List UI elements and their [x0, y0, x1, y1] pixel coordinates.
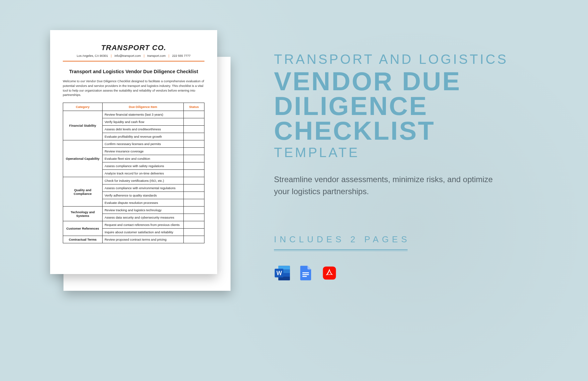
- includes-label: INCLUDES 2 PAGES: [274, 234, 535, 245]
- status-cell: [184, 162, 204, 170]
- table-row: Financial StabilityReview financial stat…: [63, 111, 204, 118]
- promo-description: Streamline vendor assessments, minimize …: [274, 173, 508, 198]
- document-intro: Welcome to our Vendor Due Diligence Chec…: [63, 79, 204, 97]
- contact-email: info@transport.com: [115, 54, 141, 57]
- item-cell: Verify adherence to quality standards: [103, 192, 184, 199]
- item-cell: Evaluate fleet size and condition: [103, 155, 184, 162]
- contact-address: Los Angeles, CA 90301: [77, 54, 108, 57]
- status-cell: [184, 214, 204, 221]
- separator: |: [168, 54, 169, 57]
- google-docs-icon: [297, 264, 315, 282]
- col-status: Status: [184, 103, 204, 111]
- status-cell: [184, 192, 204, 199]
- document-title: Transport and Logistics Vendor Due Dilig…: [63, 69, 204, 74]
- category-cell: Operational Capability: [63, 140, 103, 177]
- svg-rect-8: [302, 276, 307, 277]
- status-cell: [184, 229, 204, 236]
- item-cell: Evaluate profitability and revenue growt…: [103, 133, 184, 140]
- col-item: Due Diligence Item: [103, 103, 184, 111]
- status-cell: [184, 221, 204, 229]
- item-cell: Confirm necessary licenses and permits: [103, 140, 184, 148]
- contact-phone: 222 555 7777: [172, 54, 190, 57]
- col-category: Category: [63, 103, 103, 111]
- company-name: TRANSPORT CO.: [63, 43, 204, 52]
- category-cell: Technology and Systems: [63, 207, 103, 221]
- item-cell: Review financial statements (last 3 year…: [103, 111, 184, 118]
- item-cell: Evaluate dispute resolution processes: [103, 199, 184, 207]
- status-cell: [184, 148, 204, 155]
- page-front: TRANSPORT CO. Los Angeles, CA 90301 | in…: [50, 30, 217, 274]
- item-cell: Check for industry certifications (ISO, …: [103, 177, 184, 184]
- separator: |: [144, 54, 144, 57]
- item-cell: Analyze track record for on-time deliver…: [103, 170, 184, 177]
- status-cell: [184, 177, 204, 184]
- checklist-table: Category Due Diligence Item Status Finan…: [63, 103, 204, 243]
- item-cell: Review tracking and logistics technology: [103, 207, 184, 214]
- status-cell: [184, 199, 204, 207]
- contact-row: Los Angeles, CA 90301 | info@transport.c…: [63, 54, 204, 60]
- table-row: Contractual TermsReview proposed contrac…: [63, 236, 204, 243]
- word-icon: [274, 264, 291, 282]
- category-cell: Financial Stability: [63, 111, 103, 140]
- item-cell: Assess debt levels and creditworthiness: [103, 126, 184, 133]
- svg-rect-7: [302, 274, 309, 275]
- table-row: Customer ReferencesRequest and contact r…: [63, 221, 204, 229]
- item-cell: Request and contact references from prev…: [103, 221, 184, 229]
- table-row: Operational CapabilityConfirm necessary …: [63, 140, 204, 148]
- category-cell: Customer References: [63, 221, 103, 236]
- item-cell: Assess compliance with safety regulation…: [103, 162, 184, 170]
- status-cell: [184, 140, 204, 148]
- status-cell: [184, 133, 204, 140]
- promo-eyebrow: TRANSPORT AND LOGISTICS: [274, 52, 535, 67]
- document-preview: TRANSPORT CO. Los Angeles, CA 90301 | in…: [50, 30, 224, 284]
- status-cell: [184, 236, 204, 243]
- status-cell: [184, 155, 204, 162]
- svg-rect-5: [275, 269, 283, 277]
- item-cell: Review insurance coverage: [103, 148, 184, 155]
- divider: [63, 61, 204, 61]
- separator: |: [111, 54, 112, 57]
- svg-rect-9: [323, 267, 336, 280]
- promo-subhead: TEMPLATE: [274, 145, 535, 160]
- pdf-icon: [321, 264, 338, 282]
- svg-rect-6: [302, 272, 309, 273]
- item-cell: Verify liquidity and cash flow: [103, 118, 184, 126]
- table-row: Technology and SystemsReview tracking an…: [63, 207, 204, 214]
- includes-divider: [274, 249, 408, 251]
- promo-panel: TRANSPORT AND LOGISTICS VENDOR DUE DILIG…: [274, 52, 535, 282]
- category-cell: Quality and Compliance: [63, 177, 103, 207]
- promo-headline: VENDOR DUE DILIGENCE CHECKLIST: [274, 69, 535, 143]
- item-cell: Assess compliance with environmental reg…: [103, 184, 184, 192]
- status-cell: [184, 118, 204, 126]
- contact-site: transport.com: [147, 54, 166, 57]
- item-cell: Review proposed contract terms and prici…: [103, 236, 184, 243]
- status-cell: [184, 126, 204, 133]
- status-cell: [184, 111, 204, 118]
- status-cell: [184, 170, 204, 177]
- category-cell: Contractual Terms: [63, 236, 103, 243]
- item-cell: Inquire about customer satisfaction and …: [103, 229, 184, 236]
- table-header-row: Category Due Diligence Item Status: [63, 103, 204, 111]
- item-cell: Assess data security and cybersecurity m…: [103, 214, 184, 221]
- table-row: Quality and ComplianceCheck for industry…: [63, 177, 204, 184]
- format-icons: [274, 264, 535, 282]
- status-cell: [184, 184, 204, 192]
- status-cell: [184, 207, 204, 214]
